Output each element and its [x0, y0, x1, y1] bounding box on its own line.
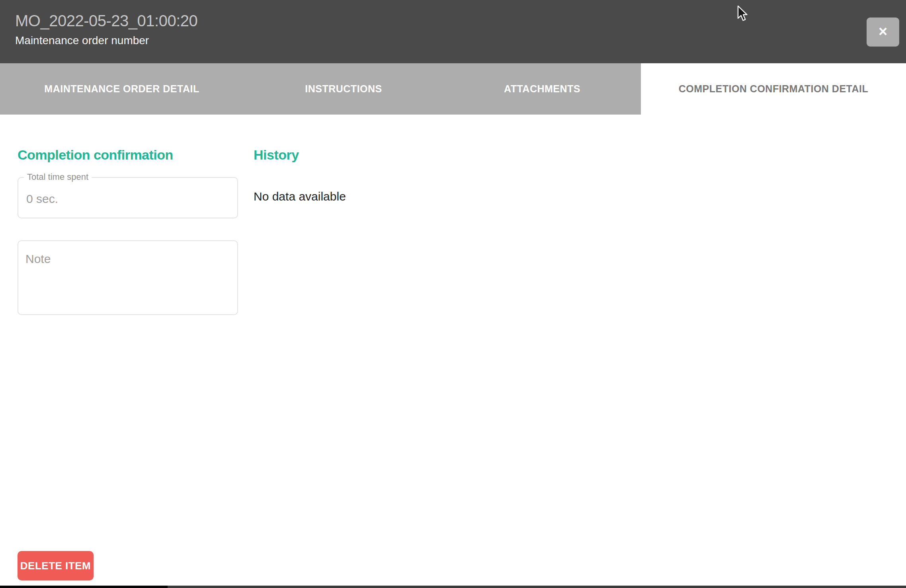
history-empty-text: No data available — [254, 190, 492, 203]
close-icon: × — [879, 24, 887, 39]
total-time-spent-label: Total time spent — [24, 172, 92, 182]
dialog-title: MO_2022-05-23_01:00:20 — [15, 12, 197, 30]
tab-instructions[interactable]: INSTRUCTIONS — [244, 63, 443, 115]
tab-bar: MAINTENANCE ORDER DETAIL INSTRUCTIONS AT… — [0, 63, 906, 115]
dialog-subtitle: Maintenance order number — [15, 34, 149, 47]
delete-item-button[interactable]: DELETE ITEM — [18, 551, 94, 580]
note-textarea[interactable] — [18, 240, 238, 315]
tab-attachments[interactable]: ATTACHMENTS — [443, 63, 641, 115]
tab-completion-confirmation-detail[interactable]: COMPLETION CONFIRMATION DETAIL — [641, 63, 906, 115]
dialog-header: MO_2022-05-23_01:00:20 Maintenance order… — [0, 0, 906, 63]
total-time-spent-field: Total time spent — [18, 177, 238, 218]
tab-maintenance-order-detail[interactable]: MAINTENANCE ORDER DETAIL — [0, 63, 244, 115]
history-section: History No data available — [254, 147, 492, 203]
history-heading: History — [254, 147, 492, 163]
completion-confirmation-section: Completion confirmation Total time spent — [18, 147, 238, 315]
bottom-progress-bar — [0, 586, 906, 588]
tab-content: Completion confirmation Total time spent… — [0, 115, 906, 586]
bottom-progress-fill — [0, 586, 168, 588]
total-time-spent-input[interactable] — [18, 178, 237, 218]
completion-confirmation-heading: Completion confirmation — [18, 147, 238, 163]
close-button[interactable]: × — [867, 18, 899, 47]
